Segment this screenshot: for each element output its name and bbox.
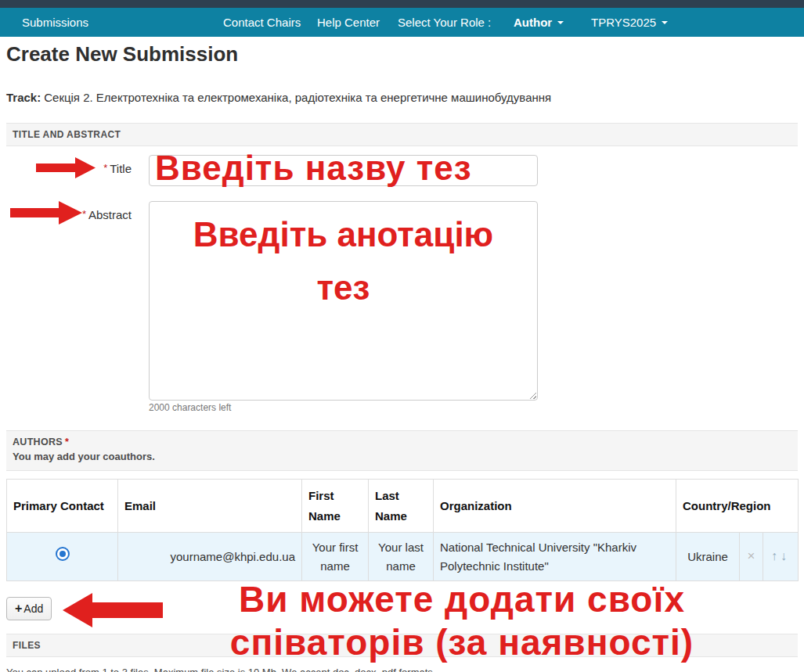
authors-table-header-row: Primary Contact Email First Name Last Na… — [7, 480, 799, 533]
nav-help-center[interactable]: Help Center — [317, 8, 380, 37]
author-last-name-cell: Your last name — [369, 533, 434, 581]
primary-contact-cell — [7, 533, 118, 581]
characters-left-counter: 2000 characters left — [149, 402, 231, 413]
delete-author-icon[interactable]: × — [740, 533, 763, 581]
title-field-label: *Title — [47, 162, 132, 175]
browser-top-strip — [0, 0, 804, 8]
required-asterisk: * — [82, 208, 86, 220]
reorder-cell: ↑↓ — [763, 533, 799, 581]
abstract-textarea[interactable] — [149, 201, 538, 401]
track-label: Track: — [6, 91, 41, 104]
nav-submissions[interactable]: Submissions — [22, 8, 88, 37]
col-primary-contact: Primary Contact — [7, 480, 118, 533]
section-authors: AUTHORS* You may add your coauthors. — [6, 430, 798, 471]
required-asterisk: * — [103, 162, 107, 174]
authors-section-hint: You may add your coauthors. — [13, 451, 798, 462]
add-button-label: Add — [23, 602, 43, 615]
role-dropdown-label: Author — [514, 16, 552, 29]
plus-icon: + — [15, 602, 22, 615]
abstract-field-label: *Abstract — [31, 208, 132, 221]
select-role-label: Select Your Role : — [398, 8, 491, 37]
page-title: Create New Submission — [6, 42, 238, 66]
col-first-name: First Name — [302, 480, 369, 533]
col-organization: Organization — [434, 480, 676, 533]
section-title-abstract: TITLE AND ABSTRACT — [6, 123, 798, 146]
col-country-region: Country/Region — [676, 480, 799, 533]
author-organization-cell: National Technical University "Kharkiv P… — [434, 533, 676, 581]
title-label-text: Title — [110, 162, 132, 175]
author-email-cell: yourname@khpi.edu.ua — [118, 533, 302, 581]
add-annotation-line1: Ви можете додати своїх — [204, 578, 720, 620]
col-email: Email — [118, 480, 302, 533]
authors-table: Primary Contact Email First Name Last Na… — [6, 479, 799, 581]
section-files: FILES — [6, 634, 798, 657]
conference-dropdown[interactable]: TPRYS2025 — [591, 8, 668, 37]
nav-contact-chairs[interactable]: Contact Chairs — [223, 8, 301, 37]
title-input[interactable] — [149, 155, 538, 186]
col-last-name: Last Name — [369, 480, 434, 533]
required-asterisk: * — [65, 437, 69, 447]
authors-title-text: AUTHORS — [13, 437, 63, 447]
authors-section-title: AUTHORS* — [13, 437, 798, 447]
move-up-icon[interactable]: ↑ — [771, 549, 781, 562]
track-line: Track:Секція 2. Електротехніка та електр… — [6, 91, 551, 104]
author-row: yourname@khpi.edu.ua Your first name You… — [7, 533, 799, 581]
author-first-name-cell: Your first name — [302, 533, 369, 581]
chevron-down-icon — [557, 21, 564, 24]
primary-contact-radio[interactable] — [56, 547, 70, 561]
chevron-down-icon — [662, 21, 668, 24]
author-country-cell: Ukraine — [676, 533, 740, 581]
add-author-button[interactable]: +Add — [6, 597, 52, 620]
conference-dropdown-label: TPRYS2025 — [591, 16, 656, 29]
files-upload-note: You can upload from 1 to 3 files. Maximu… — [6, 667, 435, 672]
move-down-icon[interactable]: ↓ — [781, 549, 790, 562]
annotation-arrow-left-add — [63, 593, 163, 627]
track-value: Секція 2. Електротехніка та електромехан… — [44, 91, 551, 104]
abstract-label-text: Abstract — [88, 208, 132, 221]
role-dropdown[interactable]: Author — [514, 8, 564, 37]
main-navbar: Submissions Contact Chairs Help Center S… — [0, 8, 804, 37]
